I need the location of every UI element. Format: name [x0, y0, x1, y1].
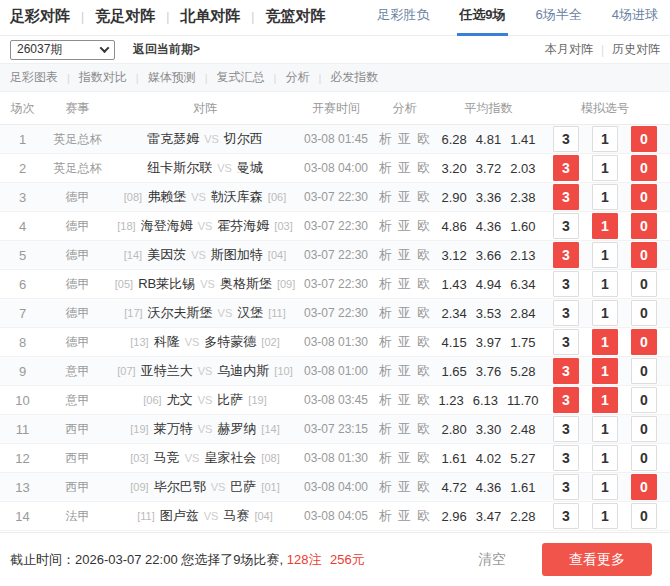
away-team[interactable]: 曼城: [237, 159, 263, 177]
analysis-link[interactable]: 亚: [398, 188, 411, 206]
analysis-link[interactable]: 欧: [417, 333, 430, 351]
analysis-link[interactable]: 析: [379, 362, 392, 380]
analysis-link[interactable]: 析: [379, 275, 392, 293]
view-more-button[interactable]: 查看更多: [542, 543, 652, 576]
play-tab[interactable]: 4场进球: [610, 6, 660, 35]
pick-button-1[interactable]: 1: [592, 155, 618, 181]
analysis-link[interactable]: 亚: [398, 478, 411, 496]
main-nav-tab[interactable]: 北单对阵: [180, 7, 240, 26]
pick-button-3[interactable]: 3: [553, 474, 579, 500]
home-team[interactable]: 沃尔夫斯堡: [148, 304, 213, 322]
pick-button-3[interactable]: 3: [553, 387, 579, 413]
home-team[interactable]: RB莱比锡: [138, 275, 195, 293]
pick-button-0[interactable]: 0: [631, 387, 657, 413]
main-nav-tab[interactable]: 竞足对阵: [95, 7, 155, 26]
away-team[interactable]: 切尔西: [224, 130, 263, 148]
pick-button-0[interactable]: 0: [631, 213, 657, 239]
home-team[interactable]: 科隆: [154, 333, 180, 351]
away-team[interactable]: 斯图加特: [211, 246, 263, 264]
subnav-item[interactable]: 足彩图表: [10, 69, 58, 86]
pick-button-0[interactable]: 0: [631, 242, 657, 268]
away-team[interactable]: 巴萨: [230, 478, 256, 496]
home-team[interactable]: 雷克瑟姆: [147, 130, 199, 148]
analysis-link[interactable]: 亚: [398, 333, 411, 351]
pick-button-1[interactable]: 1: [592, 300, 618, 326]
pick-button-3[interactable]: 3: [553, 126, 579, 152]
main-nav-tab[interactable]: 足彩对阵: [10, 7, 70, 26]
pick-button-0[interactable]: 0: [631, 474, 657, 500]
analysis-link[interactable]: 欧: [417, 362, 430, 380]
analysis-link[interactable]: 欧: [417, 159, 430, 177]
analysis-link[interactable]: 亚: [398, 246, 411, 264]
pick-button-1[interactable]: 1: [592, 242, 618, 268]
pick-button-3[interactable]: 3: [553, 329, 579, 355]
analysis-link[interactable]: 亚: [398, 159, 411, 177]
subnav-item[interactable]: 指数对比: [79, 69, 127, 86]
pick-button-0[interactable]: 0: [631, 300, 657, 326]
pick-button-3[interactable]: 3: [553, 503, 579, 529]
analysis-link[interactable]: 亚: [398, 304, 411, 322]
analysis-link[interactable]: 亚: [398, 275, 411, 293]
pick-button-3[interactable]: 3: [553, 184, 579, 210]
pick-button-0[interactable]: 0: [631, 155, 657, 181]
pick-button-0[interactable]: 0: [631, 184, 657, 210]
away-team[interactable]: 奥格斯堡: [220, 275, 272, 293]
analysis-link[interactable]: 析: [379, 507, 392, 525]
analysis-link[interactable]: 析: [379, 217, 392, 235]
pick-button-3[interactable]: 3: [553, 242, 579, 268]
analysis-link[interactable]: 亚: [398, 420, 411, 438]
home-team[interactable]: 亚特兰大: [141, 362, 193, 380]
analysis-link[interactable]: 亚: [398, 217, 411, 235]
pick-button-1[interactable]: 1: [592, 329, 618, 355]
analysis-link[interactable]: 亚: [398, 449, 411, 467]
analysis-link[interactable]: 析: [379, 246, 392, 264]
pick-button-1[interactable]: 1: [592, 184, 618, 210]
home-team[interactable]: 美因茨: [147, 246, 186, 264]
pick-button-1[interactable]: 1: [592, 474, 618, 500]
away-team[interactable]: 汉堡: [237, 304, 263, 322]
analysis-link[interactable]: 欧: [417, 304, 430, 322]
pick-button-1[interactable]: 1: [592, 126, 618, 152]
away-team[interactable]: 比萨: [217, 391, 243, 409]
home-team[interactable]: 海登海姆: [141, 217, 193, 235]
pick-button-1[interactable]: 1: [592, 445, 618, 471]
away-team[interactable]: 马赛: [223, 507, 249, 525]
pick-button-3[interactable]: 3: [553, 213, 579, 239]
pick-button-0[interactable]: 0: [631, 358, 657, 384]
clear-button[interactable]: 清空: [478, 551, 506, 569]
pick-button-0[interactable]: 0: [631, 445, 657, 471]
analysis-link[interactable]: 析: [379, 159, 392, 177]
pick-button-1[interactable]: 1: [592, 213, 618, 239]
analysis-link[interactable]: 亚: [398, 507, 411, 525]
pick-button-1[interactable]: 1: [592, 416, 618, 442]
away-team[interactable]: 勒沃库森: [211, 188, 263, 206]
pick-button-0[interactable]: 0: [631, 416, 657, 442]
home-team[interactable]: 莱万特: [154, 420, 193, 438]
analysis-link[interactable]: 欧: [417, 188, 430, 206]
pick-button-3[interactable]: 3: [553, 300, 579, 326]
play-tab[interactable]: 6场半全: [534, 6, 584, 35]
analysis-link[interactable]: 亚: [398, 362, 411, 380]
pick-button-1[interactable]: 1: [592, 503, 618, 529]
pick-button-3[interactable]: 3: [553, 416, 579, 442]
away-team[interactable]: 皇家社会: [204, 449, 256, 467]
pick-button-0[interactable]: 0: [631, 503, 657, 529]
analysis-link[interactable]: 欧: [417, 130, 430, 148]
home-team[interactable]: 尤文: [167, 391, 193, 409]
analysis-link[interactable]: 亚: [398, 130, 411, 148]
home-team[interactable]: 毕尔巴鄂: [154, 478, 206, 496]
analysis-link[interactable]: 欧: [417, 275, 430, 293]
analysis-link[interactable]: 亚: [398, 391, 411, 409]
analysis-link[interactable]: 欧: [417, 217, 430, 235]
period-history-link[interactable]: 历史对阵: [612, 41, 660, 58]
pick-button-3[interactable]: 3: [553, 271, 579, 297]
analysis-link[interactable]: 析: [379, 130, 392, 148]
pick-button-1[interactable]: 1: [592, 271, 618, 297]
play-tab[interactable]: 足彩胜负: [375, 6, 431, 35]
pick-button-3[interactable]: 3: [553, 358, 579, 384]
subnav-item[interactable]: 必发指数: [330, 69, 378, 86]
pick-button-3[interactable]: 3: [553, 445, 579, 471]
away-team[interactable]: 赫罗纳: [217, 420, 256, 438]
analysis-link[interactable]: 欧: [417, 246, 430, 264]
analysis-link[interactable]: 析: [379, 391, 392, 409]
